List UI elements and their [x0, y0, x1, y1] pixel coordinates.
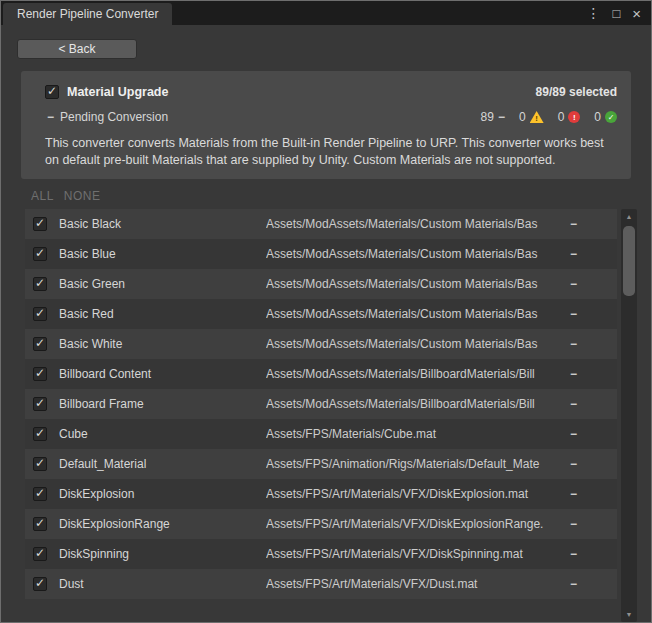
converter-header: Material Upgrade 89/89 selected — [45, 79, 617, 105]
item-path: Assets/ModAssets/Materials/BillboardMate… — [266, 367, 562, 381]
item-name: Basic Blue — [59, 247, 266, 261]
item-path: Assets/ModAssets/Materials/Custom Materi… — [266, 337, 562, 351]
item-name: DiskExplosion — [59, 487, 266, 501]
item-status-dash: − — [570, 217, 577, 231]
error-icon — [568, 111, 580, 123]
close-icon[interactable]: × — [632, 6, 641, 21]
item-status-dash: − — [570, 577, 577, 591]
item-name: Basic Black — [59, 217, 266, 231]
list-item[interactable]: CubeAssets/FPS/Materials/Cube.mat− — [25, 419, 617, 449]
item-path: Assets/ModAssets/Materials/Custom Materi… — [266, 307, 562, 321]
item-name: DiskSpinning — [59, 547, 266, 561]
list-item[interactable]: Basic BlackAssets/ModAssets/Materials/Cu… — [25, 209, 617, 239]
success-icon — [605, 111, 617, 123]
scrollbar-track[interactable] — [621, 224, 637, 607]
pending-counts: 89 − 0 0 0 — [481, 110, 617, 124]
render-pipeline-converter-window: Render Pipeline Converter ⋮ □ × < Back M… — [0, 0, 652, 623]
item-name: DiskExplosionRange — [59, 517, 266, 531]
item-path: Assets/FPS/Art/Materials/VFX/DiskExplosi… — [266, 517, 562, 531]
list-item[interactable]: DustAssets/FPS/Art/Materials/VFX/Dust.ma… — [25, 569, 617, 599]
item-status-dash: − — [570, 247, 577, 261]
list-item[interactable]: Default_MaterialAssets/FPS/Animation/Rig… — [25, 449, 617, 479]
item-checkbox[interactable] — [33, 367, 47, 381]
window-controls: ⋮ □ × — [586, 1, 651, 25]
item-path: Assets/FPS/Art/Materials/VFX/DiskSpinnin… — [266, 547, 562, 561]
selection-toolbar: ALL NONE — [31, 189, 651, 203]
scroll-up-icon[interactable]: ▲ — [621, 209, 637, 224]
item-name: Cube — [59, 427, 266, 441]
list-item[interactable]: Basic RedAssets/ModAssets/Materials/Cust… — [25, 299, 617, 329]
material-upgrade-checkbox[interactable] — [45, 85, 59, 99]
item-name: Dust — [59, 577, 266, 591]
maximize-icon[interactable]: □ — [612, 7, 620, 20]
list-item[interactable]: Billboard ContentAssets/ModAssets/Materi… — [25, 359, 617, 389]
item-name: Basic Green — [59, 277, 266, 291]
item-path: Assets/ModAssets/Materials/BillboardMate… — [266, 397, 562, 411]
scrollbar-thumb[interactable] — [623, 226, 635, 296]
select-none-button[interactable]: NONE — [64, 189, 101, 203]
converter-panel: Material Upgrade 89/89 selected − Pendin… — [21, 71, 631, 179]
item-checkbox[interactable] — [33, 217, 47, 231]
item-path: Assets/ModAssets/Materials/Custom Materi… — [266, 217, 562, 231]
list-item[interactable]: Basic GreenAssets/ModAssets/Materials/Cu… — [25, 269, 617, 299]
item-status-dash: − — [570, 277, 577, 291]
list-item[interactable]: Basic BlueAssets/ModAssets/Materials/Cus… — [25, 239, 617, 269]
menu-icon[interactable]: ⋮ — [586, 6, 600, 20]
window-tab[interactable]: Render Pipeline Converter — [3, 3, 172, 25]
window-title: Render Pipeline Converter — [17, 7, 158, 21]
item-checkbox[interactable] — [33, 307, 47, 321]
item-path: Assets/ModAssets/Materials/Custom Materi… — [266, 277, 562, 291]
item-checkbox[interactable] — [33, 487, 47, 501]
list-area: Basic BlackAssets/ModAssets/Materials/Cu… — [1, 209, 651, 622]
item-name: Billboard Frame — [59, 397, 266, 411]
item-checkbox[interactable] — [33, 427, 47, 441]
titlebar: Render Pipeline Converter ⋮ □ × — [1, 1, 651, 25]
material-list: Basic BlackAssets/ModAssets/Materials/Cu… — [25, 209, 617, 622]
toolbar: < Back — [1, 25, 651, 59]
item-checkbox[interactable] — [33, 457, 47, 471]
item-status-dash: − — [570, 427, 577, 441]
item-status-dash: − — [570, 517, 577, 531]
item-name: Basic White — [59, 337, 266, 351]
item-checkbox[interactable] — [33, 517, 47, 531]
warning-count: 0 — [519, 110, 526, 124]
item-path: Assets/FPS/Art/Materials/VFX/DiskExplosi… — [266, 487, 562, 501]
list-item[interactable]: DiskSpinningAssets/FPS/Art/Materials/VFX… — [25, 539, 617, 569]
item-checkbox[interactable] — [33, 337, 47, 351]
item-path: Assets/ModAssets/Materials/Custom Materi… — [266, 247, 562, 261]
item-checkbox[interactable] — [33, 577, 47, 591]
pending-status-icon: − — [47, 110, 54, 124]
select-all-button[interactable]: ALL — [31, 189, 54, 203]
error-count: 0 — [558, 110, 565, 124]
pending-label: Pending Conversion — [60, 110, 168, 124]
scrollbar[interactable]: ▲ ▼ — [621, 209, 637, 622]
item-checkbox[interactable] — [33, 397, 47, 411]
item-path: Assets/FPS/Animation/Rigs/Materials/Defa… — [266, 457, 562, 471]
converter-description: This converter converts Materials from t… — [45, 135, 617, 169]
warning-icon — [530, 111, 544, 123]
item-status-dash: − — [570, 307, 577, 321]
pending-dash-icon: − — [498, 110, 505, 124]
pending-conversion-row[interactable]: − Pending Conversion 89 − 0 0 0 — [45, 105, 617, 129]
success-count: 0 — [594, 110, 601, 124]
item-status-dash: − — [570, 337, 577, 351]
converter-title: Material Upgrade — [67, 85, 168, 99]
item-status-dash: − — [570, 457, 577, 471]
item-status-dash: − — [570, 547, 577, 561]
list-item[interactable]: Basic WhiteAssets/ModAssets/Materials/Cu… — [25, 329, 617, 359]
scroll-down-icon[interactable]: ▼ — [621, 607, 637, 622]
item-name: Billboard Content — [59, 367, 266, 381]
item-name: Basic Red — [59, 307, 266, 321]
item-path: Assets/FPS/Art/Materials/VFX/Dust.mat — [266, 577, 562, 591]
list-item[interactable]: Billboard FrameAssets/ModAssets/Material… — [25, 389, 617, 419]
item-status-dash: − — [570, 397, 577, 411]
item-status-dash: − — [570, 367, 577, 381]
item-checkbox[interactable] — [33, 547, 47, 561]
list-item[interactable]: DiskExplosionRangeAssets/FPS/Art/Materia… — [25, 509, 617, 539]
list-item[interactable]: DiskExplosionAssets/FPS/Art/Materials/VF… — [25, 479, 617, 509]
item-checkbox[interactable] — [33, 277, 47, 291]
item-checkbox[interactable] — [33, 247, 47, 261]
back-button[interactable]: < Back — [17, 39, 137, 59]
pending-count: 89 — [481, 110, 494, 124]
item-path: Assets/FPS/Materials/Cube.mat — [266, 427, 562, 441]
